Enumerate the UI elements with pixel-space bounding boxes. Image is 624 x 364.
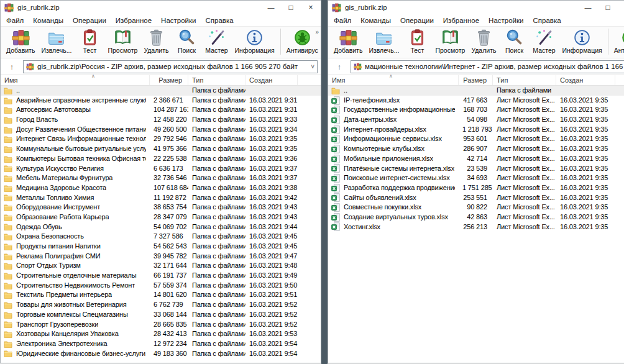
delete-button[interactable]: Удалить	[468, 27, 499, 54]
column-header-1[interactable]: Имя	[328, 75, 459, 85]
table-row[interactable]: Платёжные системы интернета.xlsx23 539Ли…	[328, 164, 624, 174]
address-bar[interactable]: мационные технологии\Интернет - ZIP архи…	[351, 60, 624, 73]
table-row[interactable]: Юридические финансовые бизнес-услуги49 1…	[1, 349, 321, 359]
menu-item[interactable]: Настройки	[489, 17, 523, 24]
table-row[interactable]: Спорт Отдых Туризм32 171 644Папка с файл…	[1, 261, 321, 271]
table-row[interactable]: Торговые комплексы Спецмагазины33 068 14…	[1, 310, 321, 320]
table-row[interactable]: Досуг Развлечения Общественное питание49…	[1, 125, 321, 135]
maximize-button[interactable]: □	[598, 1, 618, 14]
extract-button[interactable]: Извлечь...	[38, 27, 75, 54]
menu-item[interactable]: Настройки	[161, 17, 196, 24]
table-row[interactable]: Поисковые интернет-системы.xlsx34 693Лис…	[328, 173, 624, 183]
up-directory-button[interactable]: ↑	[4, 62, 20, 71]
search-button[interactable]: Поиск	[499, 27, 529, 54]
up-directory-button[interactable]: ↑	[331, 62, 347, 71]
table-row[interactable]: Интернет-провайдеры.xlsx1 218 793Лист Mi…	[328, 125, 624, 135]
table-row[interactable]: Разработка поддержка продвижение ...1 75…	[328, 183, 624, 193]
menu-item[interactable]: Операции	[73, 17, 106, 24]
menu-item[interactable]: Избранное	[116, 17, 152, 24]
table-row[interactable]: Компьютеры Бытовая техника Офисная техни…	[1, 154, 321, 164]
table-row[interactable]: Реклама Полиграфия СМИ39 945 782Папка с …	[1, 252, 321, 262]
toolbar-overflow-chevron-icon[interactable]: »	[315, 29, 318, 35]
parent-directory-row[interactable]: ..Папка с файлами	[328, 86, 624, 96]
info-button[interactable]: Информация	[231, 27, 277, 54]
view-button[interactable]: Просмотр	[432, 27, 468, 54]
titlebar[interactable]: gis_rubrik.zip — □ ×	[1, 1, 321, 14]
file-name: Совместные покупки.xlsx	[344, 202, 421, 212]
address-dropdown-icon[interactable]: ˅	[311, 63, 314, 70]
wizard-button[interactable]: Мастер	[201, 27, 231, 54]
table-row[interactable]: Автосервис Автотовары104 287 161Папка с …	[1, 105, 321, 115]
menu-item[interactable]: Справка	[205, 17, 233, 24]
address-bar[interactable]: gis_rubrik.zip\Россия - ZIP архив, разме…	[23, 60, 318, 73]
info-button[interactable]: Информация	[559, 27, 605, 54]
table-row[interactable]: Транспорт Грузоперевозки28 665 835Папка …	[1, 320, 321, 330]
column-header-3[interactable]: Тип	[188, 75, 245, 85]
table-row[interactable]: Металлы Топливо Химия11 192 872Папка с ф…	[1, 193, 321, 203]
column-header-2[interactable]: Размер	[150, 75, 188, 85]
menu-item[interactable]: Команды	[360, 17, 391, 24]
antivirus-button[interactable]: Антивирус	[611, 27, 624, 54]
column-header-4[interactable]: Создан	[556, 75, 615, 85]
file-list[interactable]: ..Папка с файламиIP-телефония.xlsx417 66…	[328, 86, 624, 363]
table-row[interactable]: Город Власть12 458 220Папка с файлами16.…	[1, 115, 321, 125]
table-row[interactable]: IP-телефония.xlsx417 663Лист Microsoft E…	[328, 96, 624, 106]
minimize-button[interactable]: —	[578, 1, 598, 14]
view-button[interactable]: Просмотр	[104, 27, 140, 54]
table-row[interactable]: Медицина Здоровье Красота107 618 684Папк…	[1, 183, 321, 193]
table-row[interactable]: Строительство Недвижимость Ремонт57 559 …	[1, 281, 321, 291]
menu-item[interactable]: Операции	[400, 17, 434, 24]
table-row[interactable]: Текстиль Предметы интерьера14 801 620Пап…	[1, 290, 321, 300]
test-button[interactable]: Тест	[75, 27, 104, 54]
table-row[interactable]: Продукты питания Напитки54 562 543Папка …	[1, 242, 321, 252]
test-button[interactable]: Тест	[402, 27, 432, 54]
table-row[interactable]: Мобильные приложения.xlsx42 714Лист Micr…	[328, 154, 624, 164]
column-header-1[interactable]: Имя	[1, 75, 150, 85]
table-row[interactable]: Хостинг.xlsx256 213Лист Microsoft Ex...1…	[328, 222, 624, 232]
table-row[interactable]: Культура Искусство Религия6 636 173Папка…	[1, 164, 321, 174]
table-row[interactable]: Охрана Безопасность7 327 586Папка с файл…	[1, 232, 321, 242]
table-row[interactable]: Аварийные справочные экстренные службы2 …	[1, 96, 321, 106]
table-row[interactable]: Коммунальные бытовые ритуальные услуги41…	[1, 144, 321, 154]
column-header-3[interactable]: Тип	[493, 75, 556, 85]
menu-item[interactable]: Файл	[334, 17, 351, 24]
search-button[interactable]: Поиск	[172, 27, 201, 54]
column-header-2[interactable]: Размер	[459, 75, 493, 85]
table-row[interactable]: Интернет Связь Информационные технологии…	[1, 134, 321, 144]
wizard-button[interactable]: Мастер	[529, 27, 559, 54]
menu-item[interactable]: Файл	[6, 17, 24, 24]
add-button[interactable]: Добавить	[3, 27, 38, 54]
menu-item[interactable]: Избранное	[443, 17, 479, 24]
table-row[interactable]: Хозтовары Канцелярия Упаковка28 432 413П…	[1, 329, 321, 339]
table-row[interactable]: Оборудование Инструмент38 653 754Папка с…	[1, 202, 321, 212]
close-button[interactable]: ×	[618, 1, 624, 14]
delete-button[interactable]: Удалить	[140, 27, 172, 54]
table-row[interactable]: Одежда Обувь54 069 702Папка с файлами16.…	[1, 222, 321, 232]
table-row[interactable]: Дата-центры.xlsx54 098Лист Microsoft Ex.…	[328, 115, 624, 125]
folder-icon	[4, 311, 12, 319]
extract-button[interactable]: Извлечь...	[365, 27, 402, 54]
table-row[interactable]: Информационные сервисы.xlsx953 601Лист M…	[328, 134, 624, 144]
file-list[interactable]: ..Папка с файламиАварийные справочные эк…	[1, 86, 321, 363]
table-row[interactable]: Электроника Электротехника12 972 234Папк…	[1, 339, 321, 349]
table-row[interactable]: Компьютерные клубы.xlsx286 907Лист Micro…	[328, 144, 624, 154]
table-row[interactable]: Сайты объявлений.xlsx253 551Лист Microso…	[328, 193, 624, 203]
table-row[interactable]: Образование Работа Карьера28 347 079Папк…	[1, 212, 321, 222]
name-cell: Компьютерные клубы.xlsx	[328, 144, 459, 154]
table-row[interactable]: Совместные покупки.xlsx90 822Лист Micros…	[328, 202, 624, 212]
table-row[interactable]: Товары для животных Ветеринария6 762 739…	[1, 300, 321, 310]
file-type: Папка с файлами	[188, 125, 245, 135]
table-row[interactable]: Государственные информационные с...168 7…	[328, 105, 624, 115]
add-button[interactable]: Добавить	[331, 27, 365, 54]
menu-item[interactable]: Справка	[533, 17, 561, 24]
table-row[interactable]: Строительные отделочные материалы66 191 …	[1, 271, 321, 281]
column-header-4[interactable]: Создан	[245, 75, 298, 85]
minimize-button[interactable]: —	[261, 1, 281, 14]
titlebar[interactable]: gis_rubrik.zip — □ ×	[328, 1, 624, 14]
maximize-button[interactable]: □	[281, 1, 301, 14]
parent-directory-row[interactable]: ..Папка с файлами	[1, 86, 321, 96]
table-row[interactable]: Мебель Материалы Фурнитура32 736 546Папк…	[1, 173, 321, 183]
table-row[interactable]: Создание виртуальных туров.xlsx42 863Лис…	[328, 212, 624, 222]
menu-item[interactable]: Команды	[33, 17, 63, 24]
close-button[interactable]: ×	[301, 1, 321, 14]
